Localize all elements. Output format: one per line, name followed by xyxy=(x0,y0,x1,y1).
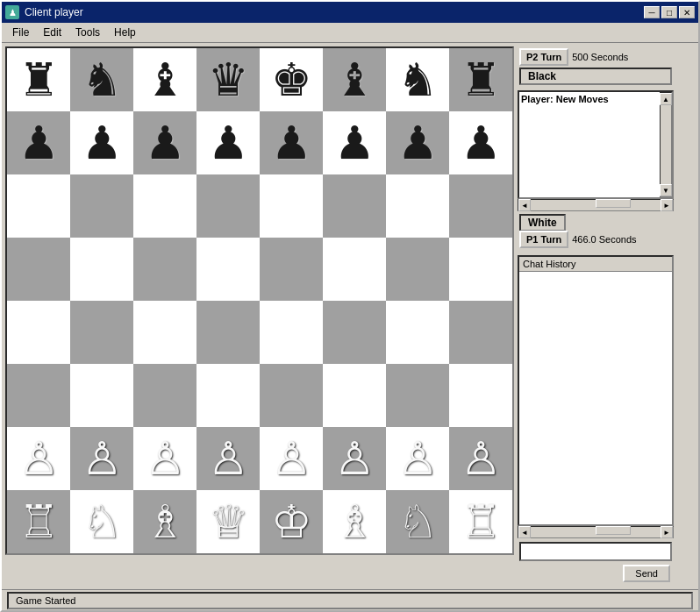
cell-3-0[interactable] xyxy=(7,238,70,301)
cell-5-5[interactable] xyxy=(323,364,386,427)
status-bar: Game Started xyxy=(2,589,698,610)
cell-2-7[interactable] xyxy=(449,174,512,238)
moves-scroll-left[interactable]: ◄ xyxy=(518,199,531,211)
chat-hscrollbar[interactable]: ◄ ► xyxy=(518,526,674,538)
cell-7-7[interactable]: ♖ xyxy=(449,490,512,553)
cell-2-5[interactable] xyxy=(323,174,386,238)
minimize-button[interactable]: ─ xyxy=(644,6,660,18)
cell-1-7[interactable]: ♟ xyxy=(449,111,512,174)
cell-7-0[interactable]: ♖ xyxy=(7,490,70,553)
moves-hscrollbar[interactable]: ◄ ► xyxy=(518,199,674,211)
cell-0-4[interactable]: ♚ xyxy=(260,48,323,111)
cell-6-2[interactable]: ♙ xyxy=(133,427,196,490)
cell-2-3[interactable] xyxy=(196,174,260,238)
cell-7-4[interactable]: ♔ xyxy=(260,490,323,553)
cell-0-5[interactable]: ♝ xyxy=(323,48,386,111)
menu-tools[interactable]: Tools xyxy=(68,25,107,40)
cell-1-2[interactable]: ♟ xyxy=(133,111,196,174)
cell-2-2[interactable] xyxy=(133,174,196,238)
cell-0-7[interactable]: ♜ xyxy=(449,48,512,111)
moves-scroll-up[interactable]: ▲ xyxy=(660,93,672,105)
close-button[interactable]: ✕ xyxy=(679,6,695,18)
menu-edit[interactable]: Edit xyxy=(36,25,68,40)
menu-file[interactable]: File xyxy=(5,25,36,40)
menu-help[interactable]: Help xyxy=(107,25,143,40)
title-bar: ♟ Client player ─ □ ✕ xyxy=(2,2,698,23)
status-panel: Game Started xyxy=(7,592,693,609)
cell-4-4[interactable] xyxy=(260,301,323,364)
cell-0-3[interactable]: ♛ xyxy=(196,48,260,111)
p2-color-label: Black xyxy=(519,68,672,85)
cell-5-4[interactable] xyxy=(260,364,323,427)
cell-0-2[interactable]: ♝ xyxy=(133,48,196,111)
chat-hscroll-thumb[interactable] xyxy=(596,526,631,535)
cell-3-2[interactable] xyxy=(133,238,196,301)
cell-0-1[interactable]: ♞ xyxy=(70,48,133,111)
moves-section: Player: New Moves ▲ ▼ ◄ ► xyxy=(518,90,674,211)
p1-row: P1 Turn 466.0 Seconds xyxy=(519,231,672,248)
cell-4-3[interactable] xyxy=(196,301,260,364)
send-row: Send xyxy=(518,565,674,586)
cell-3-4[interactable] xyxy=(260,238,323,301)
cell-1-0[interactable]: ♟ xyxy=(7,111,70,174)
cell-3-6[interactable] xyxy=(386,238,449,301)
cell-4-5[interactable] xyxy=(323,301,386,364)
cell-1-5[interactable]: ♟ xyxy=(323,111,386,174)
cell-4-1[interactable] xyxy=(70,301,133,364)
chat-history-box: Chat History xyxy=(518,255,674,526)
moves-vscrollbar[interactable]: ▲ ▼ xyxy=(660,92,672,197)
cell-5-6[interactable] xyxy=(386,364,449,427)
cell-7-2[interactable]: ♗ xyxy=(133,490,196,553)
cell-7-5[interactable]: ♗ xyxy=(323,490,386,553)
cell-2-6[interactable] xyxy=(386,174,449,238)
cell-4-2[interactable] xyxy=(133,301,196,364)
cell-1-3[interactable]: ♟ xyxy=(196,111,260,174)
cell-3-3[interactable] xyxy=(196,238,260,301)
menu-bar: File Edit Tools Help xyxy=(2,23,698,43)
cell-6-4[interactable]: ♙ xyxy=(260,427,323,490)
cell-2-1[interactable] xyxy=(70,174,133,238)
moves-scroll-down[interactable]: ▼ xyxy=(660,184,672,196)
moves-hscroll-thumb[interactable] xyxy=(596,199,631,208)
content-area: ♜♞♝♛♚♝♞♜♟♟♟♟♟♟♟♟♙♙♙♙♙♙♙♙♖♘♗♕♔♗♘♖ P2 Turn… xyxy=(2,43,698,589)
cell-4-0[interactable] xyxy=(7,301,70,364)
cell-6-7[interactable]: ♙ xyxy=(449,427,512,490)
cell-6-1[interactable]: ♙ xyxy=(70,427,133,490)
cell-3-1[interactable] xyxy=(70,238,133,301)
chat-scroll-right[interactable]: ► xyxy=(661,526,673,538)
cell-0-0[interactable]: ♜ xyxy=(7,48,70,111)
moves-inner: Player: New Moves xyxy=(519,92,660,197)
cell-2-4[interactable] xyxy=(260,174,323,238)
p2-seconds: 500 Seconds xyxy=(572,52,628,62)
cell-6-6[interactable]: ♙ xyxy=(386,427,449,490)
moves-scroll-right[interactable]: ► xyxy=(661,199,673,211)
moves-label: Player: New Moves xyxy=(521,94,658,104)
cell-5-3[interactable] xyxy=(196,364,260,427)
cell-3-7[interactable] xyxy=(449,238,512,301)
cell-1-1[interactable]: ♟ xyxy=(70,111,133,174)
cell-4-7[interactable] xyxy=(449,301,512,364)
cell-4-6[interactable] xyxy=(386,301,449,364)
cell-5-2[interactable] xyxy=(133,364,196,427)
chat-input[interactable] xyxy=(519,542,672,561)
cell-0-6[interactable]: ♞ xyxy=(386,48,449,111)
cell-3-5[interactable] xyxy=(323,238,386,301)
maximize-button[interactable]: □ xyxy=(661,6,677,18)
cell-7-3[interactable]: ♕ xyxy=(196,490,260,553)
cell-6-5[interactable]: ♙ xyxy=(323,427,386,490)
cell-6-3[interactable]: ♙ xyxy=(196,427,260,490)
title-bar-left: ♟ Client player xyxy=(5,5,83,19)
send-button[interactable]: Send xyxy=(623,565,670,582)
cell-5-1[interactable] xyxy=(70,364,133,427)
cell-6-0[interactable]: ♙ xyxy=(7,427,70,490)
cell-2-0[interactable] xyxy=(7,174,70,238)
cell-1-6[interactable]: ♟ xyxy=(386,111,449,174)
cell-1-4[interactable]: ♟ xyxy=(260,111,323,174)
cell-5-7[interactable] xyxy=(449,364,512,427)
cell-5-0[interactable] xyxy=(7,364,70,427)
chat-label-text: Chat History xyxy=(523,259,576,269)
cell-7-1[interactable]: ♘ xyxy=(70,490,133,553)
chat-scroll-left[interactable]: ◄ xyxy=(518,526,531,538)
chat-history-label: Chat History xyxy=(519,257,672,272)
cell-7-6[interactable]: ♘ xyxy=(386,490,449,553)
